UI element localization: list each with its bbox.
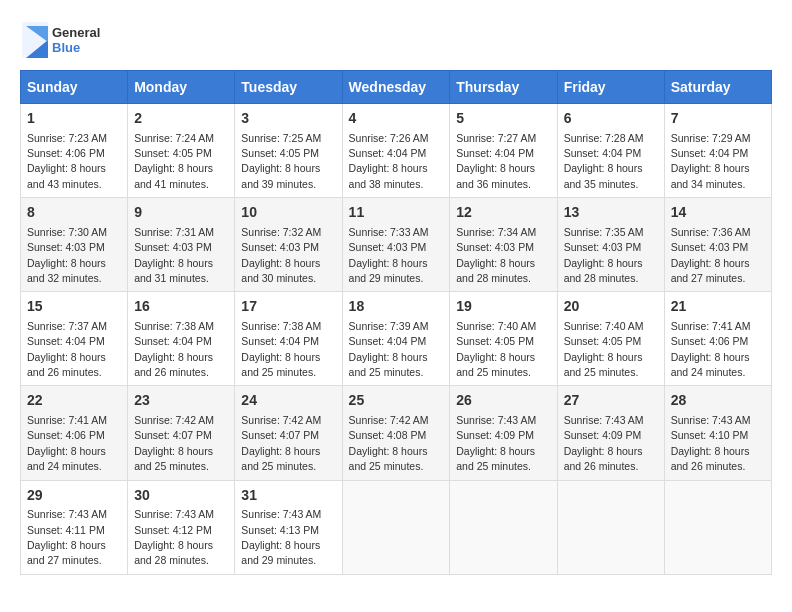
day-number: 20 bbox=[564, 297, 658, 317]
day-number: 2 bbox=[134, 109, 228, 129]
day-info: Sunrise: 7:24 AMSunset: 4:05 PMDaylight:… bbox=[134, 132, 214, 190]
day-number: 18 bbox=[349, 297, 444, 317]
day-number: 1 bbox=[27, 109, 121, 129]
weekday-monday: Monday bbox=[128, 71, 235, 104]
calendar-cell: 6Sunrise: 7:28 AMSunset: 4:04 PMDaylight… bbox=[557, 104, 664, 198]
day-info: Sunrise: 7:43 AMSunset: 4:11 PMDaylight:… bbox=[27, 508, 107, 566]
weekday-wednesday: Wednesday bbox=[342, 71, 450, 104]
calendar-cell: 29Sunrise: 7:43 AMSunset: 4:11 PMDayligh… bbox=[21, 480, 128, 574]
day-info: Sunrise: 7:37 AMSunset: 4:04 PMDaylight:… bbox=[27, 320, 107, 378]
day-info: Sunrise: 7:42 AMSunset: 4:08 PMDaylight:… bbox=[349, 414, 429, 472]
page-header: General Blue bbox=[20, 20, 772, 60]
calendar-cell: 20Sunrise: 7:40 AMSunset: 4:05 PMDayligh… bbox=[557, 292, 664, 386]
weekday-header-row: SundayMondayTuesdayWednesdayThursdayFrid… bbox=[21, 71, 772, 104]
calendar-cell: 9Sunrise: 7:31 AMSunset: 4:03 PMDaylight… bbox=[128, 198, 235, 292]
day-number: 29 bbox=[27, 486, 121, 506]
day-info: Sunrise: 7:32 AMSunset: 4:03 PMDaylight:… bbox=[241, 226, 321, 284]
calendar-cell: 30Sunrise: 7:43 AMSunset: 4:12 PMDayligh… bbox=[128, 480, 235, 574]
calendar-table: SundayMondayTuesdayWednesdayThursdayFrid… bbox=[20, 70, 772, 575]
weekday-saturday: Saturday bbox=[664, 71, 771, 104]
day-info: Sunrise: 7:40 AMSunset: 4:05 PMDaylight:… bbox=[564, 320, 644, 378]
calendar-cell: 23Sunrise: 7:42 AMSunset: 4:07 PMDayligh… bbox=[128, 386, 235, 480]
svg-text:General: General bbox=[52, 25, 100, 40]
calendar-cell: 31Sunrise: 7:43 AMSunset: 4:13 PMDayligh… bbox=[235, 480, 342, 574]
day-number: 14 bbox=[671, 203, 765, 223]
day-number: 22 bbox=[27, 391, 121, 411]
day-number: 3 bbox=[241, 109, 335, 129]
weekday-sunday: Sunday bbox=[21, 71, 128, 104]
day-info: Sunrise: 7:25 AMSunset: 4:05 PMDaylight:… bbox=[241, 132, 321, 190]
day-number: 10 bbox=[241, 203, 335, 223]
day-info: Sunrise: 7:43 AMSunset: 4:10 PMDaylight:… bbox=[671, 414, 751, 472]
day-info: Sunrise: 7:43 AMSunset: 4:13 PMDaylight:… bbox=[241, 508, 321, 566]
calendar-cell: 4Sunrise: 7:26 AMSunset: 4:04 PMDaylight… bbox=[342, 104, 450, 198]
day-number: 31 bbox=[241, 486, 335, 506]
day-info: Sunrise: 7:34 AMSunset: 4:03 PMDaylight:… bbox=[456, 226, 536, 284]
day-number: 28 bbox=[671, 391, 765, 411]
calendar-cell: 15Sunrise: 7:37 AMSunset: 4:04 PMDayligh… bbox=[21, 292, 128, 386]
calendar-cell: 8Sunrise: 7:30 AMSunset: 4:03 PMDaylight… bbox=[21, 198, 128, 292]
day-info: Sunrise: 7:41 AMSunset: 4:06 PMDaylight:… bbox=[671, 320, 751, 378]
weekday-tuesday: Tuesday bbox=[235, 71, 342, 104]
logo-svg: General Blue bbox=[20, 20, 110, 60]
day-number: 24 bbox=[241, 391, 335, 411]
calendar-cell: 12Sunrise: 7:34 AMSunset: 4:03 PMDayligh… bbox=[450, 198, 557, 292]
svg-text:Blue: Blue bbox=[52, 40, 80, 55]
logo: General Blue bbox=[20, 20, 110, 60]
calendar-cell: 17Sunrise: 7:38 AMSunset: 4:04 PMDayligh… bbox=[235, 292, 342, 386]
calendar-cell: 18Sunrise: 7:39 AMSunset: 4:04 PMDayligh… bbox=[342, 292, 450, 386]
weekday-friday: Friday bbox=[557, 71, 664, 104]
day-info: Sunrise: 7:29 AMSunset: 4:04 PMDaylight:… bbox=[671, 132, 751, 190]
day-info: Sunrise: 7:38 AMSunset: 4:04 PMDaylight:… bbox=[134, 320, 214, 378]
day-info: Sunrise: 7:42 AMSunset: 4:07 PMDaylight:… bbox=[134, 414, 214, 472]
calendar-week-1: 1Sunrise: 7:23 AMSunset: 4:06 PMDaylight… bbox=[21, 104, 772, 198]
day-info: Sunrise: 7:43 AMSunset: 4:12 PMDaylight:… bbox=[134, 508, 214, 566]
day-number: 27 bbox=[564, 391, 658, 411]
day-info: Sunrise: 7:35 AMSunset: 4:03 PMDaylight:… bbox=[564, 226, 644, 284]
day-info: Sunrise: 7:42 AMSunset: 4:07 PMDaylight:… bbox=[241, 414, 321, 472]
day-number: 11 bbox=[349, 203, 444, 223]
calendar-cell bbox=[557, 480, 664, 574]
calendar-cell: 19Sunrise: 7:40 AMSunset: 4:05 PMDayligh… bbox=[450, 292, 557, 386]
day-number: 26 bbox=[456, 391, 550, 411]
day-info: Sunrise: 7:26 AMSunset: 4:04 PMDaylight:… bbox=[349, 132, 429, 190]
day-info: Sunrise: 7:31 AMSunset: 4:03 PMDaylight:… bbox=[134, 226, 214, 284]
day-number: 19 bbox=[456, 297, 550, 317]
day-info: Sunrise: 7:39 AMSunset: 4:04 PMDaylight:… bbox=[349, 320, 429, 378]
day-number: 30 bbox=[134, 486, 228, 506]
calendar-cell: 10Sunrise: 7:32 AMSunset: 4:03 PMDayligh… bbox=[235, 198, 342, 292]
day-info: Sunrise: 7:23 AMSunset: 4:06 PMDaylight:… bbox=[27, 132, 107, 190]
calendar-cell: 11Sunrise: 7:33 AMSunset: 4:03 PMDayligh… bbox=[342, 198, 450, 292]
day-number: 25 bbox=[349, 391, 444, 411]
day-info: Sunrise: 7:33 AMSunset: 4:03 PMDaylight:… bbox=[349, 226, 429, 284]
day-number: 21 bbox=[671, 297, 765, 317]
day-number: 23 bbox=[134, 391, 228, 411]
calendar-week-4: 22Sunrise: 7:41 AMSunset: 4:06 PMDayligh… bbox=[21, 386, 772, 480]
calendar-cell bbox=[342, 480, 450, 574]
calendar-cell: 16Sunrise: 7:38 AMSunset: 4:04 PMDayligh… bbox=[128, 292, 235, 386]
day-info: Sunrise: 7:43 AMSunset: 4:09 PMDaylight:… bbox=[456, 414, 536, 472]
day-number: 7 bbox=[671, 109, 765, 129]
weekday-thursday: Thursday bbox=[450, 71, 557, 104]
day-number: 5 bbox=[456, 109, 550, 129]
day-info: Sunrise: 7:28 AMSunset: 4:04 PMDaylight:… bbox=[564, 132, 644, 190]
calendar-cell bbox=[450, 480, 557, 574]
calendar-cell: 5Sunrise: 7:27 AMSunset: 4:04 PMDaylight… bbox=[450, 104, 557, 198]
calendar-cell: 25Sunrise: 7:42 AMSunset: 4:08 PMDayligh… bbox=[342, 386, 450, 480]
calendar-cell: 14Sunrise: 7:36 AMSunset: 4:03 PMDayligh… bbox=[664, 198, 771, 292]
calendar-cell: 27Sunrise: 7:43 AMSunset: 4:09 PMDayligh… bbox=[557, 386, 664, 480]
calendar-cell: 22Sunrise: 7:41 AMSunset: 4:06 PMDayligh… bbox=[21, 386, 128, 480]
day-info: Sunrise: 7:36 AMSunset: 4:03 PMDaylight:… bbox=[671, 226, 751, 284]
day-info: Sunrise: 7:38 AMSunset: 4:04 PMDaylight:… bbox=[241, 320, 321, 378]
day-number: 16 bbox=[134, 297, 228, 317]
calendar-cell: 28Sunrise: 7:43 AMSunset: 4:10 PMDayligh… bbox=[664, 386, 771, 480]
calendar-cell: 7Sunrise: 7:29 AMSunset: 4:04 PMDaylight… bbox=[664, 104, 771, 198]
calendar-cell: 2Sunrise: 7:24 AMSunset: 4:05 PMDaylight… bbox=[128, 104, 235, 198]
day-info: Sunrise: 7:27 AMSunset: 4:04 PMDaylight:… bbox=[456, 132, 536, 190]
day-number: 12 bbox=[456, 203, 550, 223]
day-number: 9 bbox=[134, 203, 228, 223]
calendar-cell: 21Sunrise: 7:41 AMSunset: 4:06 PMDayligh… bbox=[664, 292, 771, 386]
calendar-cell: 3Sunrise: 7:25 AMSunset: 4:05 PMDaylight… bbox=[235, 104, 342, 198]
calendar-cell: 1Sunrise: 7:23 AMSunset: 4:06 PMDaylight… bbox=[21, 104, 128, 198]
day-number: 17 bbox=[241, 297, 335, 317]
